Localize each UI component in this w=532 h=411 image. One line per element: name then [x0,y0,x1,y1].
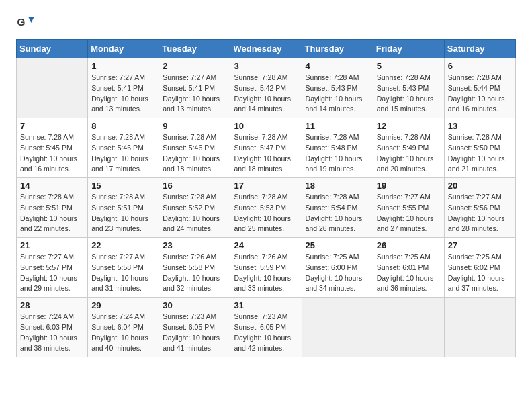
day-number: 15 [91,181,155,191]
calendar-cell: 11Sunrise: 7:28 AMSunset: 5:48 PMDayligh… [302,118,373,178]
week-row-1: 1Sunrise: 7:27 AMSunset: 5:41 PMDaylight… [17,58,516,118]
week-row-5: 28Sunrise: 7:24 AMSunset: 6:03 PMDayligh… [17,298,516,357]
calendar-cell: 31Sunrise: 7:23 AMSunset: 6:05 PMDayligh… [230,298,302,357]
calendar-cell: 21Sunrise: 7:27 AMSunset: 5:57 PMDayligh… [17,238,88,298]
day-number: 13 [448,121,512,131]
day-info: Sunrise: 7:27 AMSunset: 5:55 PMDaylight:… [377,192,441,234]
header: G [16,13,516,32]
calendar-cell: 23Sunrise: 7:26 AMSunset: 5:58 PMDayligh… [159,238,230,298]
day-number: 2 [163,61,226,71]
week-row-3: 14Sunrise: 7:28 AMSunset: 5:51 PMDayligh… [17,178,516,238]
day-number: 3 [234,61,298,71]
day-header-saturday: Saturday [444,40,515,58]
calendar-cell: 4Sunrise: 7:28 AMSunset: 5:43 PMDaylight… [302,58,373,118]
calendar-cell: 29Sunrise: 7:24 AMSunset: 6:04 PMDayligh… [88,298,159,357]
day-header-wednesday: Wednesday [230,40,302,58]
day-number: 23 [163,240,226,250]
day-number: 17 [234,181,298,191]
day-header-sunday: Sunday [17,40,88,58]
calendar-cell: 10Sunrise: 7:28 AMSunset: 5:47 PMDayligh… [230,118,302,178]
day-number: 12 [377,121,441,131]
day-info: Sunrise: 7:28 AMSunset: 5:50 PMDaylight:… [448,132,512,175]
calendar-cell [373,298,444,357]
calendar-cell: 19Sunrise: 7:27 AMSunset: 5:55 PMDayligh… [373,178,444,238]
day-header-thursday: Thursday [302,40,373,58]
day-number: 22 [91,240,155,250]
calendar-cell: 27Sunrise: 7:25 AMSunset: 6:02 PMDayligh… [444,238,515,298]
day-number: 26 [377,240,441,250]
day-info: Sunrise: 7:28 AMSunset: 5:47 PMDaylight:… [234,132,298,175]
calendar-cell: 14Sunrise: 7:28 AMSunset: 5:51 PMDayligh… [17,178,88,238]
day-info: Sunrise: 7:23 AMSunset: 6:05 PMDaylight:… [234,312,298,354]
day-number: 5 [377,61,441,71]
calendar-cell: 28Sunrise: 7:24 AMSunset: 6:03 PMDayligh… [17,298,88,357]
calendar-cell: 15Sunrise: 7:28 AMSunset: 5:51 PMDayligh… [88,178,159,238]
day-info: Sunrise: 7:28 AMSunset: 5:42 PMDaylight:… [234,73,298,115]
day-number: 8 [91,121,155,131]
calendar-cell: 9Sunrise: 7:28 AMSunset: 5:46 PMDaylight… [159,118,230,178]
day-number: 9 [163,121,226,131]
calendar-cell: 26Sunrise: 7:25 AMSunset: 6:01 PMDayligh… [373,238,444,298]
day-number: 16 [163,181,226,191]
day-number: 20 [448,181,512,191]
day-info: Sunrise: 7:24 AMSunset: 6:03 PMDaylight:… [20,312,84,354]
day-info: Sunrise: 7:28 AMSunset: 5:53 PMDaylight:… [234,192,298,234]
day-info: Sunrise: 7:26 AMSunset: 5:59 PMDaylight:… [234,252,298,294]
calendar-cell [302,298,373,357]
calendar-cell: 12Sunrise: 7:28 AMSunset: 5:49 PMDayligh… [373,118,444,178]
calendar-cell: 2Sunrise: 7:27 AMSunset: 5:41 PMDaylight… [159,58,230,118]
day-info: Sunrise: 7:28 AMSunset: 5:49 PMDaylight:… [377,132,441,175]
calendar-cell: 1Sunrise: 7:27 AMSunset: 5:41 PMDaylight… [88,58,159,118]
day-number: 18 [306,181,369,191]
calendar-cell: 24Sunrise: 7:26 AMSunset: 5:59 PMDayligh… [230,238,302,298]
calendar-cell [17,58,88,118]
day-info: Sunrise: 7:28 AMSunset: 5:48 PMDaylight:… [306,132,369,175]
day-info: Sunrise: 7:23 AMSunset: 6:05 PMDaylight:… [163,312,226,354]
day-number: 4 [306,61,369,71]
calendar-cell: 22Sunrise: 7:27 AMSunset: 5:58 PMDayligh… [88,238,159,298]
day-info: Sunrise: 7:28 AMSunset: 5:52 PMDaylight:… [163,192,226,234]
day-header-monday: Monday [88,40,159,58]
calendar-cell: 5Sunrise: 7:28 AMSunset: 5:43 PMDaylight… [373,58,444,118]
day-number: 1 [91,61,155,71]
day-number: 29 [91,300,155,310]
day-info: Sunrise: 7:26 AMSunset: 5:58 PMDaylight:… [163,252,226,294]
day-number: 7 [20,121,84,131]
day-info: Sunrise: 7:28 AMSunset: 5:45 PMDaylight:… [20,132,84,175]
calendar-cell: 30Sunrise: 7:23 AMSunset: 6:05 PMDayligh… [159,298,230,357]
day-info: Sunrise: 7:24 AMSunset: 6:04 PMDaylight:… [91,312,155,354]
day-info: Sunrise: 7:25 AMSunset: 6:00 PMDaylight:… [306,252,369,294]
calendar-cell: 13Sunrise: 7:28 AMSunset: 5:50 PMDayligh… [444,118,515,178]
logo-icon: G [16,13,35,32]
day-info: Sunrise: 7:27 AMSunset: 5:58 PMDaylight:… [91,252,155,294]
day-info: Sunrise: 7:27 AMSunset: 5:41 PMDaylight:… [91,73,155,115]
calendar-cell: 16Sunrise: 7:28 AMSunset: 5:52 PMDayligh… [159,178,230,238]
day-number: 27 [448,240,512,250]
day-number: 6 [448,61,512,71]
day-number: 19 [377,181,441,191]
calendar-cell: 8Sunrise: 7:28 AMSunset: 5:46 PMDaylight… [88,118,159,178]
calendar-cell: 7Sunrise: 7:28 AMSunset: 5:45 PMDaylight… [17,118,88,178]
day-number: 30 [163,300,226,310]
calendar-header-row: SundayMondayTuesdayWednesdayThursdayFrid… [17,40,516,58]
day-header-tuesday: Tuesday [159,40,230,58]
day-number: 10 [234,121,298,131]
day-header-friday: Friday [373,40,444,58]
day-info: Sunrise: 7:28 AMSunset: 5:54 PMDaylight:… [306,192,369,234]
day-info: Sunrise: 7:28 AMSunset: 5:51 PMDaylight:… [20,192,84,234]
day-info: Sunrise: 7:28 AMSunset: 5:43 PMDaylight:… [377,73,441,115]
day-number: 31 [234,300,298,310]
calendar-cell: 18Sunrise: 7:28 AMSunset: 5:54 PMDayligh… [302,178,373,238]
calendar-cell: 20Sunrise: 7:27 AMSunset: 5:56 PMDayligh… [444,178,515,238]
day-number: 28 [20,300,84,310]
calendar-cell [444,298,515,357]
day-number: 21 [20,240,84,250]
day-info: Sunrise: 7:28 AMSunset: 5:46 PMDaylight:… [163,132,226,175]
week-row-4: 21Sunrise: 7:27 AMSunset: 5:57 PMDayligh… [17,238,516,298]
day-number: 11 [306,121,369,131]
logo: G [16,13,38,32]
day-number: 14 [20,181,84,191]
day-info: Sunrise: 7:28 AMSunset: 5:44 PMDaylight:… [448,73,512,115]
calendar-cell: 3Sunrise: 7:28 AMSunset: 5:42 PMDaylight… [230,58,302,118]
day-info: Sunrise: 7:28 AMSunset: 5:46 PMDaylight:… [91,132,155,175]
